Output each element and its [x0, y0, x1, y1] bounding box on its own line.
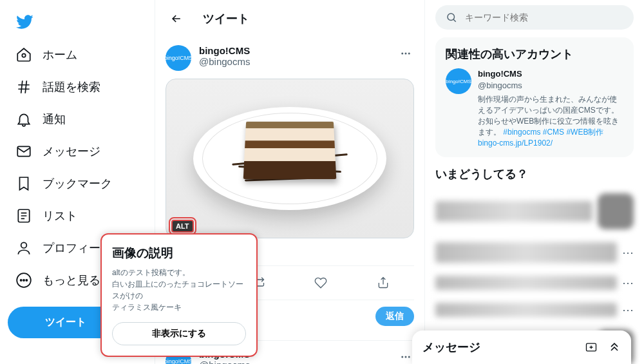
svg-rect-1: [17, 146, 30, 156]
svg-point-0: [22, 53, 25, 57]
nav-notifications[interactable]: 通知: [8, 103, 147, 135]
trend-item[interactable]: ⋯: [435, 269, 634, 296]
bell-icon: [15, 111, 32, 128]
mail-icon: [15, 143, 32, 160]
svg-point-5: [21, 280, 22, 281]
alt-badge[interactable]: ALT: [171, 220, 194, 233]
svg-point-14: [448, 14, 455, 21]
nav-label: 話題を検索: [43, 79, 100, 95]
svg-point-12: [405, 356, 407, 358]
messages-title: メッセージ: [422, 340, 480, 355]
hash-icon: [15, 79, 32, 95]
page-title: ツイート: [203, 11, 249, 26]
nav-explore[interactable]: 話題を検索: [8, 71, 147, 103]
nav-label: ブックマーク: [43, 176, 112, 191]
home-icon: [15, 46, 32, 63]
avatar: bingo!CMS: [446, 68, 471, 94]
search-icon: [446, 12, 457, 23]
back-button[interactable]: [166, 8, 187, 30]
new-message-icon[interactable]: [585, 341, 598, 354]
avatar[interactable]: bingo!CMS: [166, 45, 191, 71]
trend-item[interactable]: ⋯: [435, 296, 634, 323]
person-icon: [15, 240, 32, 256]
nav-label: リスト: [43, 208, 77, 224]
like-icon[interactable]: [301, 271, 340, 294]
svg-point-10: [408, 53, 410, 55]
more-icon[interactable]: ⋯: [622, 276, 634, 290]
nav-label: メッセージ: [43, 144, 100, 159]
search-box[interactable]: [435, 5, 634, 30]
alt-hide-button[interactable]: 非表示にする: [112, 322, 246, 345]
alt-popover-desc: altのテスト投稿です。 白いお皿上にのったチョコレートソースがけの ティラミス…: [112, 267, 246, 313]
nav-lists[interactable]: リスト: [8, 200, 147, 232]
more-icon[interactable]: ⋯: [622, 245, 634, 260]
expand-icon[interactable]: [608, 341, 621, 354]
account-tags[interactable]: #bingocms #CMS #WEB制作: [503, 128, 603, 137]
user-name[interactable]: bingo!CMS: [199, 45, 390, 56]
more-circle-icon: [15, 272, 32, 289]
user-handle: @bingocms: [199, 359, 390, 364]
related-account[interactable]: bingo!CMS bingo!CMS @bingocms 制作現場の声から生ま…: [446, 68, 623, 148]
svg-point-7: [26, 280, 27, 281]
account-link[interactable]: bingo-cms.jp/LP1902/: [478, 139, 553, 148]
more-icon[interactable]: ⋯: [622, 303, 634, 317]
svg-point-13: [408, 356, 410, 358]
svg-point-11: [401, 356, 403, 358]
list-icon: [15, 207, 32, 224]
nav-label: 通知: [43, 111, 66, 127]
svg-point-9: [405, 53, 407, 55]
twitter-logo[interactable]: [8, 5, 147, 39]
nav-label: ホーム: [43, 47, 77, 62]
bookmark-icon: [15, 175, 32, 192]
user-handle[interactable]: @bingocms: [199, 56, 390, 67]
related-accounts-widget: 関連性の高いアカウント bingo!CMS bingo!CMS @bingocm…: [435, 37, 634, 157]
messages-drawer[interactable]: メッセージ: [412, 330, 631, 364]
trend-item[interactable]: ⋯: [435, 236, 634, 269]
header: ツイート: [155, 0, 424, 37]
nav-label: もっと見る: [43, 273, 100, 288]
trends-title: いまどうしてる？: [435, 166, 634, 182]
svg-point-3: [21, 242, 27, 248]
nav-bookmarks[interactable]: ブックマーク: [8, 168, 147, 200]
tweet-image[interactable]: ALT: [166, 79, 414, 238]
svg-point-6: [23, 280, 24, 281]
account-name: bingo!CMS: [478, 68, 623, 80]
alt-popover-title: 画像の説明: [112, 245, 246, 262]
search-input[interactable]: [465, 12, 623, 23]
svg-point-8: [401, 53, 403, 55]
trend-item[interactable]: [435, 187, 634, 236]
share-icon[interactable]: [364, 271, 402, 294]
nav-home[interactable]: ホーム: [8, 39, 147, 71]
reply-button[interactable]: 返信: [375, 307, 414, 326]
account-handle: @bingocms: [478, 80, 623, 91]
right-column: 関連性の高いアカウント bingo!CMS bingo!CMS @bingocm…: [425, 0, 644, 364]
nav-messages[interactable]: メッセージ: [8, 135, 147, 168]
widget-title: 関連性の高いアカウント: [446, 46, 623, 62]
tweet-more-icon[interactable]: [397, 45, 414, 62]
alt-popover: 画像の説明 altのテスト投稿です。 白いお皿上にのったチョコレートソースがけの…: [100, 233, 258, 357]
